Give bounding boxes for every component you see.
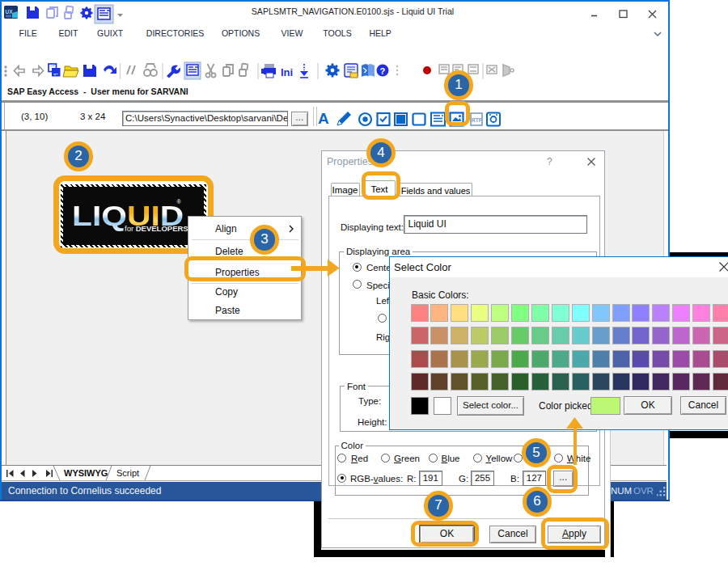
svg-text:RTF: RTF — [472, 116, 482, 122]
svg-text:Ini: Ini — [281, 66, 293, 78]
svg-text:UX: UX — [6, 9, 14, 15]
svg-text:A: A — [318, 110, 329, 127]
svg-text:?: ? — [380, 66, 386, 76]
